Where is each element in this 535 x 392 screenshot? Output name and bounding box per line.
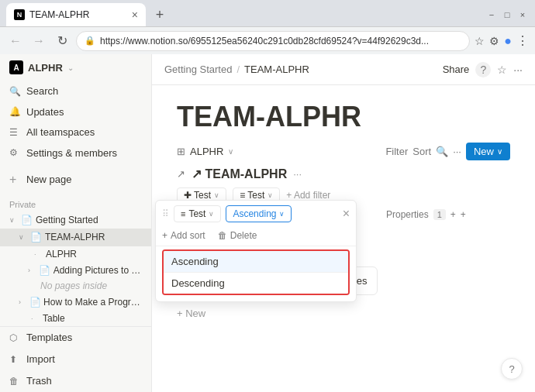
add-new-row[interactable]: + New <box>177 301 510 325</box>
sidebar-item-search[interactable]: 🔍 Search <box>0 81 151 102</box>
delete-sort-label: Delete <box>230 230 257 241</box>
profile-icon[interactable]: ● <box>504 34 512 48</box>
view-title: ↗ TEAM-ALPHR <box>192 167 287 181</box>
help-button[interactable]: ? <box>501 358 523 380</box>
star-topbar-icon[interactable]: ☆ <box>497 64 507 76</box>
active-tab[interactable]: N TEAM-ALPHR × <box>6 3 146 26</box>
sidebar-item-templates[interactable]: ⬡ Templates <box>0 327 151 349</box>
new-tab-button[interactable]: + <box>149 4 171 26</box>
help-question-icon: ? <box>509 363 514 375</box>
sort-close-icon[interactable]: × <box>343 207 350 221</box>
sidebar-item-settings[interactable]: ⚙ Settings & members <box>0 143 151 163</box>
bookmark-icon[interactable]: ☆ <box>475 35 485 47</box>
settings-label: Settings & members <box>26 147 117 159</box>
sort-field-label: Test <box>188 208 205 219</box>
sort-order-arrow-icon: ∨ <box>279 210 285 218</box>
drag-handle-icon[interactable]: ⠿ <box>162 208 169 219</box>
tab-title: TEAM-ALPHR <box>29 9 127 20</box>
sort-option-descending[interactable]: Descending <box>164 273 348 294</box>
window-close[interactable]: × <box>516 9 529 21</box>
top-bar: Getting Started / TEAM-ALPHR Share ? ☆ ·… <box>152 54 535 85</box>
properties-more-icon[interactable]: + <box>461 209 466 220</box>
add-new-label: + New <box>177 308 205 319</box>
new-button-label: New <box>474 146 494 157</box>
tree-team-alphr[interactable]: ∨ 📄 TEAM-ALPHR <box>0 229 151 246</box>
filter-button[interactable]: Filter <box>385 146 408 157</box>
chevron-progress-icon: › <box>19 298 27 306</box>
delete-sort-button[interactable]: 🗑 Delete <box>218 230 257 241</box>
add-filter-button[interactable]: + Add filter <box>286 190 330 201</box>
tab-favicon: N <box>14 9 25 20</box>
sidebar-item-import[interactable]: ⬆ Import <box>0 349 151 370</box>
help-topbar-icon[interactable]: ? <box>475 62 491 77</box>
address-text: https://www.notion.so/6955125ea56240c291… <box>100 36 461 46</box>
delete-sort-icon: 🗑 <box>218 230 227 241</box>
workspace-header[interactable]: A ALPHR ⌄ <box>0 54 151 81</box>
search-label: Search <box>26 85 58 97</box>
window-minimize[interactable]: − <box>485 9 498 21</box>
back-button[interactable]: ← <box>6 32 25 50</box>
sort-field-icon: ≡ <box>181 209 185 218</box>
teamspaces-icon: ☰ <box>9 127 22 138</box>
import-icon: ⬆ <box>9 354 22 365</box>
sort-actions-row: + Add sort 🗑 Delete <box>156 227 356 244</box>
db-header: ⊞ ALPHR ∨ Filter Sort 🔍 ··· New ∨ <box>177 143 510 160</box>
more-topbar-icon[interactable]: ··· <box>513 64 523 76</box>
address-bar[interactable]: 🔒 https://www.notion.so/6955125ea56240c2… <box>76 31 470 51</box>
search-button[interactable]: 🔍 <box>436 146 448 157</box>
sidebar-item-updates[interactable]: 🔔 Updates <box>0 101 151 122</box>
alphr-bullet: · <box>34 250 43 258</box>
view-more-icon[interactable]: ··· <box>293 168 302 180</box>
forward-button[interactable]: → <box>29 32 48 50</box>
breadcrumb-parent[interactable]: Getting Started <box>164 64 232 75</box>
templates-icon: ⬡ <box>9 332 22 343</box>
tree-table[interactable]: · Table <box>0 310 151 326</box>
filter-tag-1-label: ✚ Test <box>184 190 211 201</box>
sort-order-button[interactable]: Ascending ∨ <box>226 205 292 222</box>
table-bullet: · <box>31 315 40 322</box>
main-content: Getting Started / TEAM-ALPHR Share ? ☆ ·… <box>152 54 535 392</box>
doc-icon: 📄 <box>29 297 41 308</box>
doc-icon: 📄 <box>30 232 43 242</box>
tree-alphr[interactable]: · ALPHR <box>0 246 151 263</box>
tab-close-icon[interactable]: × <box>132 9 138 21</box>
browser-chrome: N TEAM-ALPHR × + − □ × ← → ↻ 🔒 https://w… <box>0 0 535 54</box>
new-button[interactable]: New ∨ <box>466 143 510 160</box>
view-title-row: ↗ ↗ TEAM-ALPHR ··· <box>177 167 510 181</box>
more-db-icon[interactable]: ··· <box>453 146 461 157</box>
share-button[interactable]: Share <box>443 64 470 75</box>
sort-option-ascending-label: Ascending <box>171 256 219 267</box>
sort-option-ascending[interactable]: Ascending <box>164 251 348 272</box>
search-icon: 🔍 <box>9 86 22 97</box>
new-page-button[interactable]: + New page <box>0 165 151 194</box>
tree-getting-started[interactable]: ∨ 📄 Getting Started <box>0 211 151 229</box>
private-section-label: Private <box>0 195 151 211</box>
properties-add-icon[interactable]: + <box>450 209 456 220</box>
add-sort-button[interactable]: + Add sort <box>162 230 205 241</box>
table-label: Table <box>43 313 65 324</box>
add-sort-plus-icon: + <box>162 230 167 241</box>
properties-label[interactable]: Properties <box>386 209 429 220</box>
window-maximize[interactable]: □ <box>501 9 513 21</box>
import-label: Import <box>26 353 55 365</box>
db-chevron-icon[interactable]: ∨ <box>228 147 233 156</box>
refresh-button[interactable]: ↻ <box>53 32 71 50</box>
sort-field-button[interactable]: ≡ Test ∨ <box>174 205 221 222</box>
more-nav-icon[interactable]: ⋮ <box>516 33 529 48</box>
sidebar-item-teamspaces[interactable]: ☰ All teamspaces <box>0 122 151 143</box>
adding-pictures-label: Adding Pictures to Yo... <box>54 265 145 276</box>
sort-item-row: ⠿ ≡ Test ∨ Ascending ∨ × <box>156 201 356 227</box>
sidebar-item-trash[interactable]: 🗑 Trash <box>0 370 151 392</box>
sidebar: A ALPHR ⌄ 🔍 Search 🔔 Updates ☰ All teams… <box>0 54 152 392</box>
content-area: TEAM-ALPHR ⊞ ALPHR ∨ Filter Sort 🔍 ··· N… <box>152 85 535 392</box>
sort-button[interactable]: Sort <box>412 146 431 157</box>
tree-how-to-progress[interactable]: › 📄 How to Make a Progress... <box>0 294 151 311</box>
address-lock-icon: 🔒 <box>85 36 95 46</box>
db-grid-icon: ⊞ <box>177 146 185 157</box>
properties-bar: Properties 1 + + <box>386 209 510 220</box>
top-bar-actions: Share ? ☆ ··· <box>443 62 523 77</box>
filter-tag-2-label: ≡ Test <box>240 190 264 201</box>
db-name[interactable]: ALPHR <box>190 146 223 157</box>
extension-icon[interactable]: ⚙ <box>489 35 499 47</box>
tree-adding-pictures[interactable]: › 📄 Adding Pictures to Yo... <box>0 262 151 278</box>
